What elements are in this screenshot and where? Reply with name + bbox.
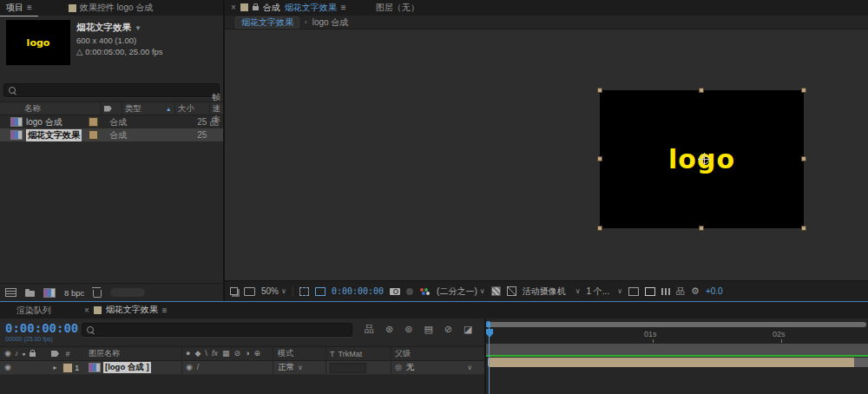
quality-icon[interactable]: \ (205, 350, 207, 358)
always-preview-icon[interactable] (230, 287, 238, 295)
active-camera-dropdown[interactable]: 活动摄像机 ∨ (523, 286, 581, 298)
current-timecode[interactable]: 0:00:00:00 (5, 321, 82, 335)
fx-icon[interactable]: fx (212, 350, 218, 358)
label-color-chip[interactable] (89, 130, 98, 140)
expand-layer-icon[interactable]: ► (52, 364, 58, 371)
column-size[interactable]: 大小 (174, 102, 209, 115)
tab-composition[interactable]: × 合成 烟花文字效果 ≡ (225, 0, 352, 16)
column-label[interactable] (101, 102, 122, 115)
mini-flowchart-icon[interactable]: 品 (676, 287, 685, 296)
preview-timecode[interactable]: 0:00:00:00 (332, 286, 384, 296)
layer-duration-bar[interactable] (488, 358, 868, 367)
close-tab-icon[interactable]: × (231, 3, 236, 12)
selection-handle[interactable] (801, 226, 806, 231)
motion-blur-icon[interactable]: ⊘ (444, 325, 452, 334)
color-depth-button[interactable]: 8 bpc (64, 288, 84, 298)
timeline-search-input[interactable] (82, 323, 352, 337)
pickwhip-icon[interactable]: ◎ (395, 364, 402, 371)
gear-icon[interactable]: ⚙ (691, 286, 700, 296)
parent-dropdown-value[interactable]: 无 (406, 362, 463, 373)
lock-column-icon[interactable] (30, 352, 36, 357)
column-mode[interactable]: 模式 (273, 347, 326, 360)
magnification-dropdown[interactable]: 50% ∨ (261, 286, 286, 296)
fast-previews-icon[interactable] (661, 288, 670, 295)
shy-toggle-icon[interactable]: ◉ (186, 364, 193, 371)
frame-blend-icon[interactable]: ▦ (222, 350, 230, 358)
project-item-fireworks-comp[interactable]: 烟花文字效果 合成 25 (0, 128, 223, 141)
selection-handle[interactable] (699, 226, 704, 231)
column-type[interactable]: 类型 ▲ (122, 102, 174, 115)
audio-column-icon[interactable]: ♪ (15, 350, 19, 358)
layer-label-color[interactable] (62, 363, 73, 373)
composition-mini-flowchart-icon[interactable]: 品 (365, 325, 374, 334)
time-ruler[interactable]: 01s 02s (486, 327, 868, 345)
exposure-value[interactable]: +0.0 (706, 286, 723, 296)
composition-frame[interactable]: logo (600, 90, 804, 228)
trkmat-cell[interactable] (330, 363, 366, 373)
tab-effect-controls[interactable]: 效果控件 logo 合成 (62, 0, 159, 16)
selection-handle[interactable] (597, 226, 602, 231)
shy-icon[interactable]: ● (186, 350, 190, 358)
view-layout-dropdown[interactable]: 1 个... ∨ (586, 286, 622, 298)
selection-handle[interactable] (801, 156, 806, 161)
close-tab-icon[interactable]: × (84, 305, 89, 315)
grid-guides-icon[interactable] (299, 287, 309, 296)
layer-visibility-eye-icon[interactable]: ◉ (4, 364, 11, 371)
tab-project[interactable]: 项目 ≡ (0, 0, 38, 16)
layer-name[interactable]: [logo 合成 ] (103, 362, 151, 373)
snapshot-camera-icon[interactable] (390, 288, 400, 295)
column-trkmat[interactable]: T TrkMat (326, 347, 391, 360)
column-parent[interactable]: 父级 (391, 347, 484, 360)
selection-handle[interactable] (597, 156, 602, 161)
eye-column-icon[interactable]: ◉ (4, 350, 11, 358)
interpret-footage-icon[interactable] (5, 288, 16, 297)
channel-rgb-icon[interactable] (419, 287, 431, 296)
label-column-icon[interactable] (51, 351, 59, 357)
panel-menu-icon[interactable]: ≡ (341, 3, 346, 12)
collapse-icon[interactable]: ◆ (194, 350, 201, 358)
flowchart-icon[interactable]: 品 (210, 118, 219, 127)
column-framerate[interactable]: 帧速率 (209, 102, 224, 115)
panel-menu-icon[interactable]: ≡ (162, 305, 168, 315)
column-name[interactable]: 名称 (0, 102, 101, 115)
tab-timeline-comp[interactable]: × 烟花文字效果 ≡ (78, 302, 174, 319)
new-folder-icon[interactable] (25, 291, 35, 297)
quality-toggle-icon[interactable]: / (197, 364, 200, 371)
layer-row-1[interactable]: ◉ ► 1 [logo 合成 ] ◉ / (0, 361, 484, 375)
project-item-logo-comp[interactable]: logo 合成 合成 25 品 (0, 115, 223, 128)
selection-handle[interactable] (801, 88, 806, 93)
selection-handle[interactable] (699, 88, 704, 93)
show-snapshot-icon[interactable] (406, 288, 413, 295)
selection-handle[interactable] (597, 88, 602, 93)
lock-icon[interactable] (253, 6, 259, 10)
trash-icon[interactable] (93, 290, 102, 298)
motion-blur-switch-icon[interactable]: ⊘ (233, 350, 240, 358)
breadcrumb-current[interactable]: 烟花文字效果 (235, 16, 299, 29)
frame-blending-icon[interactable]: ▤ (424, 325, 432, 334)
index-column-label[interactable]: # (65, 350, 69, 358)
panel-menu-icon[interactable]: ≡ (27, 3, 32, 12)
breadcrumb-parent[interactable]: logo 合成 (312, 16, 349, 29)
column-layer-name[interactable]: 图层名称 (89, 348, 181, 359)
t-toggle-label[interactable]: T (330, 350, 335, 358)
work-area-bar[interactable] (486, 344, 868, 355)
transparency-grid-icon[interactable] (491, 286, 501, 296)
hide-shy-layers-icon[interactable]: ⊚ (404, 325, 412, 334)
graph-editor-icon[interactable]: ◪ (464, 325, 472, 334)
region-of-interest-icon[interactable] (315, 287, 326, 296)
three-d-icon[interactable]: ⊕ (253, 350, 260, 358)
solo-column-icon[interactable]: ● (22, 351, 25, 357)
blend-mode-dropdown[interactable]: 正常 ∨ (273, 361, 326, 374)
tab-render-queue[interactable]: 渲染队列 (10, 302, 57, 318)
comp-info-dropdown-icon[interactable]: ▼ (135, 24, 141, 32)
preview-monitor-icon[interactable] (244, 287, 255, 296)
mask-visibility-icon[interactable] (507, 286, 516, 296)
project-search-input[interactable] (3, 83, 220, 97)
adjustment-layer-icon[interactable]: ◑ (245, 350, 249, 358)
resolution-dropdown[interactable]: (二分之一) ∨ (437, 286, 485, 298)
label-color-chip[interactable] (89, 117, 98, 127)
timeline-graph-area[interactable]: 01s 02s (486, 318, 868, 394)
goal-area-icon[interactable] (628, 287, 639, 296)
anchor-point-icon[interactable] (700, 155, 709, 164)
pixel-aspect-correction-icon[interactable] (645, 287, 655, 296)
